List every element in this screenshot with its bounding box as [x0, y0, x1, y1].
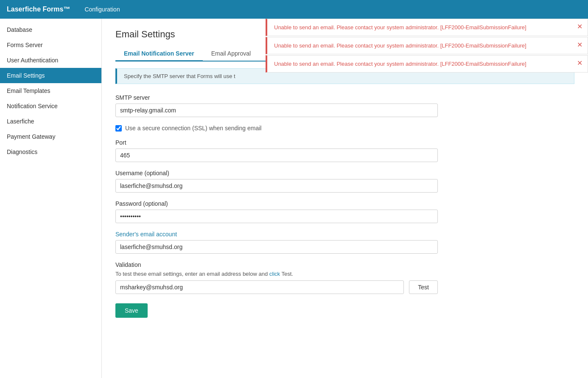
- save-button[interactable]: Save: [115, 303, 148, 318]
- sidebar: Database Forms Server User Authenticatio…: [0, 19, 102, 378]
- error-banner-1: Unable to send an email. Please contact …: [266, 19, 588, 36]
- password-label: Password (optional): [115, 200, 438, 207]
- error-message-3: Unable to send an email. Please contact …: [274, 61, 571, 67]
- form-section: SMTP server Use a secure connection (SSL…: [115, 94, 438, 318]
- topbar: Laserfiche Forms™ Configuration: [0, 0, 588, 19]
- sidebar-item-laserfiche[interactable]: Laserfiche: [0, 114, 101, 129]
- validation-row: Test: [115, 280, 438, 294]
- sidebar-item-email-templates[interactable]: Email Templates: [0, 83, 101, 98]
- brand-logo: Laserfiche Forms™: [7, 6, 70, 13]
- username-label: Username (optional): [115, 170, 438, 176]
- validation-hint: To test these email settings, enter an e…: [115, 271, 438, 277]
- validation-email-input[interactable]: [115, 280, 404, 294]
- error-message-1: Unable to send an email. Please contact …: [274, 24, 571, 31]
- ssl-label: Use a secure connection (SSL) when sendi…: [125, 125, 261, 132]
- sidebar-item-notification-service[interactable]: Notification Service: [0, 98, 101, 114]
- sidebar-item-database[interactable]: Database: [0, 22, 101, 37]
- error-banner-2: Unable to send an email. Please contact …: [266, 37, 588, 54]
- error-banners: Unable to send an email. Please contact …: [266, 19, 588, 73]
- username-input[interactable]: [115, 179, 438, 193]
- configuration-menu[interactable]: Configuration: [80, 4, 124, 14]
- main-content: Unable to send an email. Please contact …: [102, 19, 588, 378]
- sidebar-item-user-authentication[interactable]: User Authentication: [0, 53, 101, 68]
- password-input[interactable]: [115, 210, 438, 223]
- validation-title: Validation: [115, 261, 438, 268]
- ssl-checkbox-row: Use a secure connection (SSL) when sendi…: [115, 125, 438, 132]
- ssl-checkbox[interactable]: [115, 125, 122, 132]
- error-banner-3: Unable to send an email. Please contact …: [266, 55, 588, 73]
- sender-label: Sender's email account: [115, 231, 438, 238]
- sidebar-item-diagnostics[interactable]: Diagnostics: [0, 144, 101, 160]
- click-link[interactable]: click: [269, 271, 280, 277]
- smtp-input[interactable]: [115, 104, 438, 117]
- sidebar-item-payment-gateway[interactable]: Payment Gateway: [0, 129, 101, 144]
- error-close-1[interactable]: ✕: [577, 23, 582, 30]
- sender-input[interactable]: [115, 240, 438, 254]
- tab-email-notification-server[interactable]: Email Notification Server: [115, 47, 203, 62]
- test-button[interactable]: Test: [409, 280, 438, 294]
- sidebar-item-email-settings[interactable]: Email Settings: [0, 68, 101, 83]
- error-close-2[interactable]: ✕: [577, 42, 582, 48]
- error-message-2: Unable to send an email. Please contact …: [274, 42, 571, 49]
- error-close-3[interactable]: ✕: [577, 60, 582, 67]
- port-input[interactable]: [115, 148, 438, 162]
- sidebar-item-forms-server[interactable]: Forms Server: [0, 37, 101, 53]
- tab-email-approval[interactable]: Email Approval: [203, 47, 259, 62]
- smtp-label: SMTP server: [115, 94, 438, 101]
- port-label: Port: [115, 139, 438, 146]
